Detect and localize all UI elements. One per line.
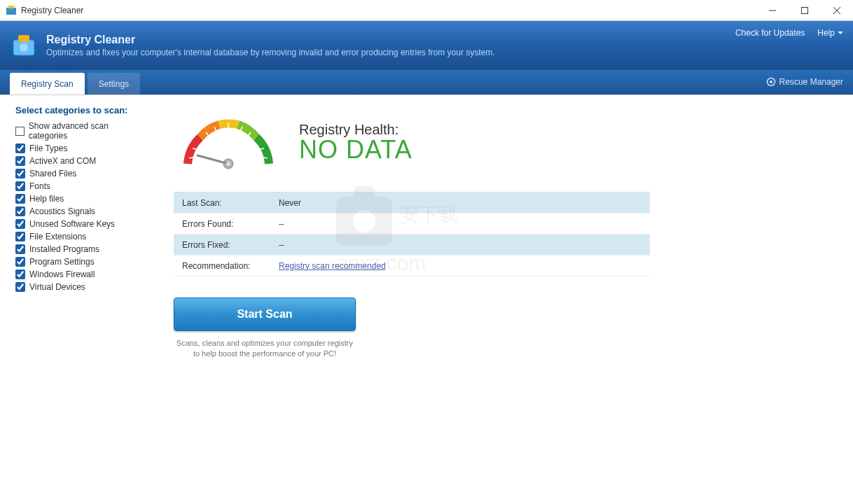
categories-sidebar: Select categories to scan: Show advanced… [0, 95, 154, 504]
category-row[interactable]: File Types [15, 142, 147, 155]
category-label: Fonts [29, 181, 50, 191]
header-app-icon [10, 31, 38, 59]
health-gauge-icon [174, 108, 282, 178]
health-value: NO DATA [299, 135, 412, 164]
info-value: Never [279, 198, 301, 208]
chevron-down-icon [838, 31, 843, 35]
minimize-button[interactable] [756, 0, 789, 20]
main-panel: Registry Health: NO DATA Last Scan: Neve… [154, 95, 853, 504]
window-controls [756, 0, 853, 20]
info-row-recommendation: Recommendation: Registry scan recommende… [174, 255, 650, 276]
tab-bar: Registry Scan Settings Rescue Manager [0, 70, 853, 95]
category-label: Virtual Devices [29, 282, 85, 292]
svg-rect-1 [8, 6, 14, 8]
svg-point-22 [226, 162, 230, 166]
category-label: Help files [29, 194, 64, 204]
tab-settings[interactable]: Settings [88, 73, 140, 94]
category-label: Shared Files [29, 169, 76, 178]
tab-registry-scan[interactable]: Registry Scan [10, 73, 85, 94]
help-label: Help [817, 28, 835, 38]
show-advanced-checkbox[interactable] [15, 127, 25, 136]
svg-point-8 [20, 43, 28, 52]
start-scan-button[interactable]: Start Scan [174, 298, 356, 331]
svg-line-21 [197, 155, 228, 164]
category-label: Windows Firewall [29, 270, 95, 279]
category-label: Acoustics Signals [29, 206, 95, 216]
category-row[interactable]: ActiveX and COM [15, 155, 147, 167]
category-checkbox[interactable] [15, 194, 25, 204]
check-updates-link[interactable]: Check for Updates [735, 28, 805, 38]
category-checkbox[interactable] [15, 232, 25, 241]
show-advanced-label: Show advanced scan categories [29, 121, 147, 141]
header-title: Registry Cleaner [46, 34, 495, 46]
svg-rect-0 [6, 8, 16, 15]
close-button[interactable] [821, 0, 853, 20]
category-row[interactable]: Fonts [15, 180, 147, 192]
info-row-errors-fixed: Errors Fixed: -- [174, 234, 650, 255]
content-area: Select categories to scan: Show advanced… [0, 95, 853, 504]
rescue-manager-link[interactable]: Rescue Manager [766, 77, 843, 87]
info-key: Recommendation: [174, 261, 279, 271]
info-key: Last Scan: [174, 198, 279, 208]
rescue-icon [766, 77, 776, 87]
category-row[interactable]: Acoustics Signals [15, 205, 147, 218]
header-subtitle: Optimizes and fixes your computer's inte… [46, 48, 495, 57]
category-label: Installed Programs [29, 244, 99, 254]
category-row[interactable]: Installed Programs [15, 243, 147, 255]
category-checkbox[interactable] [15, 282, 25, 292]
category-label: File Types [29, 144, 67, 153]
info-key: Errors Fixed: [174, 240, 279, 250]
category-row[interactable]: Program Settings [15, 255, 147, 268]
sidebar-title: Select categories to scan: [15, 105, 147, 115]
svg-rect-7 [18, 35, 29, 42]
category-label: ActiveX and COM [29, 156, 96, 166]
category-checkbox[interactable] [15, 244, 25, 254]
category-row[interactable]: Windows Firewall [15, 268, 147, 281]
gauge-area: Registry Health: NO DATA [174, 108, 836, 178]
info-row-errors-found: Errors Found: -- [174, 214, 650, 234]
category-checkbox[interactable] [15, 169, 25, 178]
svg-rect-3 [802, 7, 808, 13]
category-checkbox[interactable] [15, 156, 25, 166]
window-title: Registry Cleaner [21, 6, 756, 15]
scan-note: Scans, cleans and optimizes your compute… [174, 338, 356, 360]
category-checkbox[interactable] [15, 270, 25, 279]
maximize-button[interactable] [789, 0, 821, 20]
category-row[interactable]: Virtual Devices [15, 281, 147, 293]
title-bar: Registry Cleaner [0, 0, 853, 21]
category-row[interactable]: Help files [15, 192, 147, 205]
category-label: File Extensions [29, 232, 86, 241]
info-row-last-scan: Last Scan: Never [174, 192, 650, 214]
info-table: Last Scan: Never Errors Found: -- Errors… [174, 192, 650, 276]
category-row[interactable]: Unused Software Keys [15, 218, 147, 230]
show-advanced-checkbox-row[interactable]: Show advanced scan categories [15, 120, 147, 142]
category-row[interactable]: File Extensions [15, 230, 147, 243]
info-value: -- [279, 219, 284, 229]
help-menu[interactable]: Help [817, 28, 843, 38]
category-checkbox[interactable] [15, 206, 25, 216]
app-header: Registry Cleaner Optimizes and fixes you… [0, 21, 853, 70]
svg-point-10 [770, 80, 772, 83]
app-icon [6, 5, 17, 16]
category-checkbox[interactable] [15, 144, 25, 153]
category-checkbox[interactable] [15, 219, 25, 229]
category-label: Unused Software Keys [29, 219, 115, 229]
category-checkbox[interactable] [15, 257, 25, 267]
category-checkbox[interactable] [15, 181, 25, 191]
info-value: -- [279, 240, 284, 250]
category-row[interactable]: Shared Files [15, 167, 147, 180]
rescue-manager-label: Rescue Manager [779, 77, 843, 87]
recommendation-link[interactable]: Registry scan recommended [279, 261, 386, 271]
category-label: Program Settings [29, 257, 95, 267]
info-key: Errors Found: [174, 219, 279, 229]
